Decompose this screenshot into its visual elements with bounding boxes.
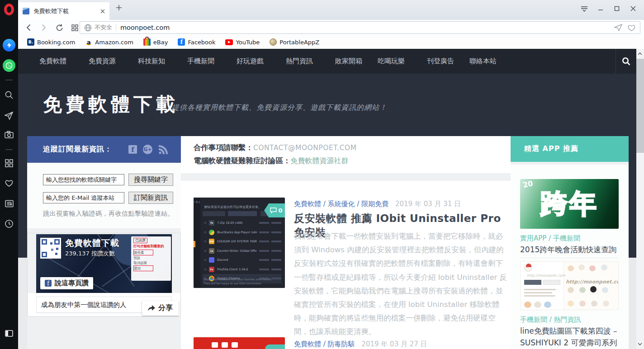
article-categories[interactable]: 免費軟體 / 防毒防駭	[294, 340, 355, 348]
keyword-search-button[interactable]: 搜尋關鍵字	[128, 174, 173, 186]
browser-window: 免費軟體下載	[0, 0, 644, 349]
speed-dial-grid-button[interactable]	[69, 22, 80, 33]
facebook-page-name[interactable]: 免費軟體下載	[65, 237, 119, 249]
new-tab-button[interactable]	[116, 5, 122, 11]
messenger-icon[interactable]	[3, 39, 15, 52]
sidebar-setup-icon[interactable]	[3, 327, 15, 340]
maximize-button[interactable]	[609, 3, 625, 14]
send-to-flow-icon[interactable]	[614, 24, 623, 31]
bookmarks-bar: B. Booking.com a Amazon.com eBay f Faceb…	[18, 35, 644, 49]
reload-button[interactable]	[53, 22, 65, 33]
featured-item-categories[interactable]: 手機新聞 / 熱門資訊	[520, 316, 581, 324]
close-button[interactable]	[625, 3, 641, 14]
nav-item-contact[interactable]: 聯絡本站	[462, 49, 504, 74]
opera-logo-icon[interactable]	[4, 4, 14, 15]
facebook-icon: f	[178, 38, 185, 46]
nav-item-fun-games[interactable]: 好玩遊戲	[229, 49, 278, 74]
search-icon[interactable]	[3, 89, 15, 101]
site-info-globe-icon[interactable]	[84, 24, 92, 32]
whatsapp-icon[interactable]	[3, 59, 15, 72]
site-nav: 免費軟體 免費資源 科技新知 手機新聞 好玩遊戲 熱門資訊 敗家開箱 吃喝玩樂 …	[18, 49, 636, 74]
history-clock-icon[interactable]	[3, 217, 15, 230]
bookmark-youtube[interactable]: ▶ YouTube	[225, 39, 260, 46]
nav-item-free-resources[interactable]: 免費資源	[81, 49, 130, 74]
email-subscribe-button[interactable]: 訂閱新資訊	[128, 192, 173, 204]
bookmark-booking[interactable]: B. Booking.com	[27, 38, 75, 46]
tab-menu-icon[interactable]	[576, 3, 592, 14]
url-text[interactable]: moonpoet.com	[120, 24, 614, 31]
follow-option: 搶先看	[133, 250, 153, 255]
my-flow-icon[interactable]	[3, 109, 15, 122]
bookmark-portableappz[interactable]: PortableAppZ	[270, 38, 319, 46]
amazon-icon: a	[85, 38, 92, 46]
share-arrow-icon	[148, 305, 155, 311]
thumb-footer: Share this freeware with your families a…	[204, 277, 272, 285]
article-date: 2019 年 03 月 31 日	[395, 200, 461, 208]
article-thumbnail[interactable]: r 8.1 解除安裝不必要的程式以釋放更多容量。 7z7-Zip 18.05 (…	[194, 198, 285, 288]
comment-count-badge	[265, 344, 285, 349]
googleplus-social-icon[interactable]: G+	[143, 145, 152, 154]
keyword-search-input[interactable]	[43, 174, 124, 185]
site-tagline: 提供各種實用軟體下載、免費資源分享、遊戲下載資訊的網站！	[172, 103, 387, 113]
bookmark-amazon[interactable]: a Amazon.com	[85, 38, 133, 46]
contact-label: 合作事項請聯繫：	[194, 143, 253, 153]
bookmarks-heart-icon[interactable]	[3, 177, 15, 189]
page-title[interactable]: 免費軟體下載	[43, 92, 179, 117]
scroll-up-icon[interactable]	[638, 52, 642, 56]
facebook-like-button[interactable]: f 說這專頁讚	[40, 277, 93, 289]
thumb-left-rail: r 8.1	[194, 198, 200, 288]
facebook-follow-popup: 已說讚 打勾才能收到最新的 搶先看 預設 取消追蹤 通知	[131, 236, 171, 281]
article-thumbnail[interactable]	[194, 337, 285, 349]
featured-item-title[interactable]: line免費貼圖區下載第四波 – SUSHIYUKI 2 可愛壽司系列	[520, 325, 620, 349]
tab-close-icon[interactable]	[100, 9, 105, 14]
search-subscribe-panel: 搜尋關鍵字 訂閱新資訊 跳出視窗輸入驗證碼，再收信點擊驗證連結。	[27, 163, 181, 228]
email-subscribe-input[interactable]	[43, 192, 124, 203]
bookmark-heart-icon[interactable]	[627, 24, 636, 32]
facebook-share-button[interactable]: 分享	[142, 301, 179, 316]
sidebar-divider	[520, 258, 619, 258]
featured-item-categories[interactable]: 實用APP / 手機新聞	[520, 234, 580, 243]
follow-option: 通知	[133, 265, 153, 271]
minimize-button[interactable]	[592, 3, 609, 14]
facebook-social-icon[interactable]: f	[128, 145, 137, 154]
nav-search-button[interactable]	[616, 49, 636, 74]
facebook-f-icon: f	[45, 280, 52, 287]
watermark-text: http://moonpoet.com	[566, 279, 619, 285]
personal-news-icon[interactable]	[3, 197, 15, 210]
article-meta: 免費軟體 / 防毒防駭 2019 年 03 月 27 日	[294, 340, 427, 349]
nav-item-mobile-news[interactable]: 手機新聞	[180, 49, 229, 74]
contact-email[interactable]: CONTACT@MOONPOET.COM	[253, 144, 357, 152]
youtube-icon: ▶	[225, 39, 233, 45]
nav-item-tech-news[interactable]: 科技新知	[130, 49, 180, 74]
scroll-down-icon[interactable]	[638, 342, 642, 346]
back-button[interactable]	[23, 22, 34, 33]
nav-item-free-software[interactable]: 免費軟體	[32, 49, 81, 74]
browser-tab[interactable]: 免費軟體下載	[18, 2, 109, 20]
nav-item-unboxing[interactable]: 敗家開箱	[327, 49, 370, 74]
featured-item-image[interactable]: 20 跨年	[520, 179, 619, 229]
nav-item-advertise[interactable]: 刊登廣告	[419, 49, 462, 74]
forward-button[interactable]	[38, 22, 50, 33]
speed-dial-icon[interactable]	[3, 157, 15, 170]
featured-item-title[interactable]: 2015跨年晚會活動快速查詢	[520, 244, 620, 256]
featured-item-image[interactable]: http://moonpoet.com http://moonpoet.com	[520, 261, 619, 310]
nav-item-food-fun[interactable]: 吃喝玩樂	[370, 49, 419, 74]
forum-link[interactable]: 免費軟體資源社群	[291, 156, 349, 166]
snapshot-camera-icon[interactable]	[3, 128, 15, 141]
nav-item-hot-info[interactable]: 熱門資訊	[278, 49, 327, 74]
thumb-heading: 解除安裝不必要的程式以釋放更多容量。	[204, 205, 261, 209]
facebook-like-count: 239,137 按讚次數	[65, 250, 115, 258]
scrollbar-thumb[interactable]	[636, 59, 644, 153]
article-categories[interactable]: 免費軟體 / 系統優化 / 限期免費	[294, 200, 388, 208]
article-meta: 免費軟體 / 系統優化 / 限期免費 2019 年 03 月 31 日	[294, 200, 461, 208]
bookmark-facebook[interactable]: f Facebook	[178, 38, 215, 46]
security-label[interactable]: 不安全	[95, 24, 112, 32]
contact-info-box: 合作事項請聯繫： CONTACT@MOONPOET.COM 電腦軟硬體疑難雜症討…	[181, 136, 511, 173]
window-controls	[576, 3, 641, 14]
rss-icon[interactable]	[158, 145, 168, 155]
address-bar[interactable]: 不安全 moonpoet.com	[80, 21, 640, 34]
page-scrollbar[interactable]	[636, 49, 644, 349]
bookmark-ebay[interactable]: eBay	[143, 38, 168, 46]
opera-sidebar	[0, 0, 18, 349]
follow-option: 取消追蹤	[133, 260, 169, 265]
